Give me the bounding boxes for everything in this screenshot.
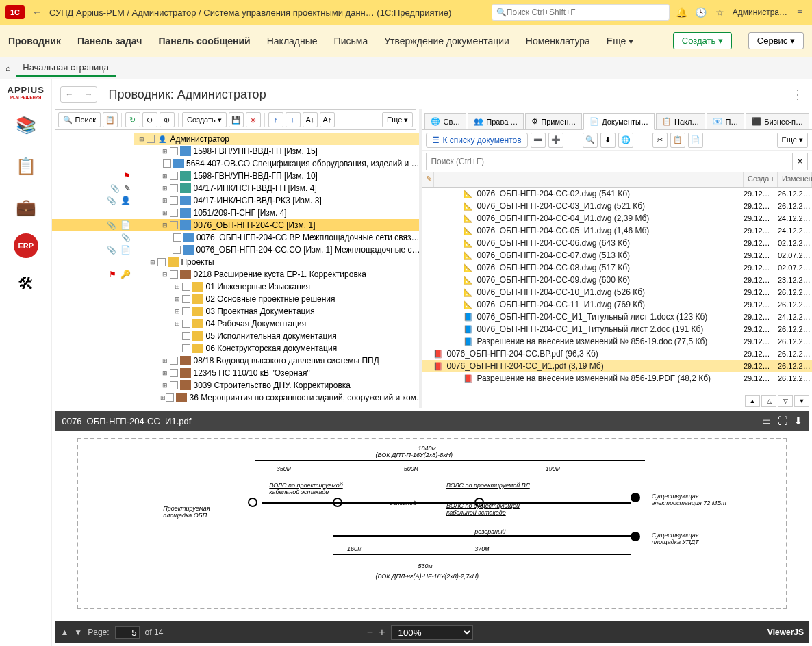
expander-icon[interactable]: ⊞ <box>160 197 170 204</box>
file-row[interactable]: 📐0076_ОБП-НГП-204-СС-10_И1.dwg (526 Кб)2… <box>422 286 812 298</box>
col-name[interactable] <box>434 172 744 187</box>
checkbox[interactable] <box>170 184 178 192</box>
checkbox[interactable] <box>170 381 178 389</box>
col-modified[interactable]: Изменен <box>778 172 812 187</box>
checkbox[interactable] <box>170 270 178 279</box>
create-dropdown[interactable]: Создать ▾ <box>182 112 227 127</box>
sort-asc-button[interactable]: A↓ <box>303 112 318 127</box>
checkbox[interactable] <box>170 209 178 217</box>
checkbox[interactable] <box>170 147 178 155</box>
global-search-input[interactable] <box>507 8 665 17</box>
tab-0[interactable]: 🌐Св… <box>424 113 466 129</box>
checkbox[interactable] <box>173 246 181 254</box>
file-row[interactable]: 📐0076_ОБП-НГП-204-СС-05_И1.dwg (1,46 Мб)… <box>422 224 812 237</box>
down-button[interactable]: ↓ <box>286 112 301 127</box>
rt-download[interactable]: ⬇ <box>600 133 616 148</box>
expander-icon[interactable]: ⊞ <box>160 172 170 179</box>
search-button[interactable]: 🔍 Поиск <box>58 112 100 127</box>
tree-row[interactable]: ⊞12345 ПС 110/10 кВ "Озерная" <box>134 367 419 379</box>
file-row[interactable]: 📐0076_ОБП-НГП-204-СС-02.dwg (541 Кб)29.1… <box>422 188 812 200</box>
file-row[interactable]: 📐0076_ОБП-НГП-204-СС-09.dwg (600 Кб)29.1… <box>422 274 812 286</box>
expander-icon[interactable]: ⊞ <box>160 185 170 192</box>
checkbox[interactable] <box>157 258 166 266</box>
download-icon[interactable]: ⬇ <box>794 415 802 426</box>
expander-icon[interactable]: ⊞ <box>160 357 170 364</box>
user-label[interactable]: Администра… <box>733 8 787 17</box>
menu-icon[interactable]: ≡ <box>793 5 807 19</box>
tree-row[interactable]: ⊞3039 Строительство ДНУ. Корректировка <box>134 379 419 391</box>
tree-row[interactable]: ⊞1598-ГВН/УПН-ВВД-ГП [Изм. 15] <box>134 145 419 157</box>
back-icon[interactable]: ← <box>30 5 44 19</box>
menu-more[interactable]: Еще ▾ <box>607 36 633 47</box>
left-more-button[interactable]: Еще ▾ <box>382 112 413 127</box>
tab-4[interactable]: 📋Накл… <box>656 113 705 129</box>
tree-row[interactable]: 5684-407-ОВ.СО Спецификация оборудования… <box>134 157 419 170</box>
tree-row[interactable]: ⊞04/17-ИНК/НСП-ВВД-ГП [Изм. 4] <box>134 182 419 194</box>
refresh-button[interactable]: ↻ <box>125 112 140 127</box>
file-row[interactable]: 📐0076_ОБП-НГП-204-СС-11_И1.dwg (769 Кб)2… <box>422 298 812 311</box>
tree-row[interactable]: ⊞02 Основные проектные решения <box>134 293 419 305</box>
file-row[interactable]: 📘0076_ОБП-НГП-204-СС_И1_Титульный лист 1… <box>422 311 812 323</box>
checkbox[interactable] <box>166 393 174 402</box>
expander-icon[interactable]: ⊞ <box>173 308 182 315</box>
presentation-icon[interactable]: ▭ <box>762 415 771 426</box>
menu-tasks[interactable]: Панель задач <box>77 36 142 47</box>
checkbox[interactable] <box>182 332 190 340</box>
service-button[interactable]: Сервис ▾ <box>748 32 804 49</box>
checkbox[interactable] <box>170 221 178 229</box>
side-icon-tools[interactable]: 🛠 <box>11 269 41 299</box>
scroll-bottom[interactable]: ▼ <box>794 395 809 407</box>
expander-icon[interactable]: ⊞ <box>160 209 170 216</box>
save-button[interactable]: 💾 <box>229 112 244 127</box>
zoom-out-icon[interactable]: − <box>367 626 373 638</box>
tree-row[interactable]: 06 Конструкторская документация <box>134 342 419 354</box>
tab-6[interactable]: ⬛Бизнес-п… <box>746 113 809 129</box>
scroll-top[interactable]: ▲ <box>745 395 760 407</box>
scroll-down[interactable]: ▽ <box>778 395 793 407</box>
tree-row[interactable]: ⊟0218 Расширение куста ЕР-1. Корректиров… <box>134 268 419 281</box>
breadcrumb-home[interactable]: Начальная страница <box>16 60 116 77</box>
checkbox[interactable] <box>182 307 190 315</box>
file-row[interactable]: 📕0076_ОБП-НГП-204-СС_И1.pdf (3,19 Мб)29.… <box>422 360 812 372</box>
expander-icon[interactable]: ⊞ <box>173 296 182 302</box>
tree-row[interactable]: ⊞04 Рабочая Документация <box>134 318 419 330</box>
collapse-button[interactable]: ⊖ <box>142 112 157 127</box>
delete-button[interactable]: ⊗ <box>246 112 261 127</box>
sort-desc-button[interactable]: A↑ <box>320 112 335 127</box>
fullscreen-icon[interactable]: ⛶ <box>778 415 787 426</box>
side-icon-checklist[interactable]: 📋 <box>11 151 41 181</box>
back-to-list-link[interactable]: ☰ К списку документов <box>426 133 527 148</box>
page-down-icon[interactable]: ▼ <box>74 628 82 637</box>
zoom-select[interactable]: 100% <box>391 625 473 640</box>
rt-zoom-in[interactable]: ➕ <box>548 133 563 148</box>
file-row[interactable]: 📘0076_ОБП-НГП-204-СС_И1_Титульный лист 2… <box>422 323 812 335</box>
tree-row[interactable]: ⊞03 Проектная Документация <box>134 305 419 318</box>
star-icon[interactable]: ☆ <box>713 5 727 19</box>
checkbox[interactable] <box>182 344 190 352</box>
page-up-icon[interactable]: ▲ <box>60 628 68 637</box>
expander-icon[interactable]: ⊞ <box>173 283 182 290</box>
checkbox[interactable] <box>170 369 178 377</box>
expander-icon[interactable]: ⊞ <box>173 320 182 327</box>
home-icon[interactable]: ⌂ <box>5 64 10 73</box>
tab-1[interactable]: 👥Права … <box>468 113 524 129</box>
file-row[interactable]: 📕Разрешение на внесение изменений № 856-… <box>422 372 812 385</box>
tree-row[interactable]: ⊞1051/209-П-СНГ [Изм. 4] <box>134 207 419 219</box>
menu-explorer[interactable]: Проводник <box>8 36 61 47</box>
file-search-input[interactable] <box>426 153 793 170</box>
checkbox[interactable] <box>170 357 178 365</box>
tree-row[interactable]: ⊟0076_ОБП-НГП-204-СС [Изм. 1] <box>134 219 419 231</box>
menu-invoices[interactable]: Накладные <box>267 36 318 47</box>
menu-messages[interactable]: Панель сообщений <box>158 36 250 47</box>
side-icon-briefcase[interactable]: 💼 <box>11 192 41 222</box>
side-icon-folders[interactable]: 📚 <box>11 110 41 140</box>
tree-row[interactable]: ⊞36 Мероприятия по сохранности зданий, с… <box>134 391 419 404</box>
file-row[interactable]: 📕0076_ОБП-НГП-204-СС.ВР.pdf (96,3 Кб)29.… <box>422 348 812 360</box>
tab-5[interactable]: 📧П… <box>707 113 744 129</box>
checkbox[interactable] <box>182 283 190 291</box>
nav-back[interactable]: ← <box>61 87 77 102</box>
expander-icon[interactable]: ⊟ <box>160 271 170 278</box>
rt-copy[interactable]: 📋 <box>670 133 685 148</box>
expander-icon[interactable]: ⊟ <box>160 222 170 229</box>
zoom-in-icon[interactable]: + <box>379 626 385 638</box>
